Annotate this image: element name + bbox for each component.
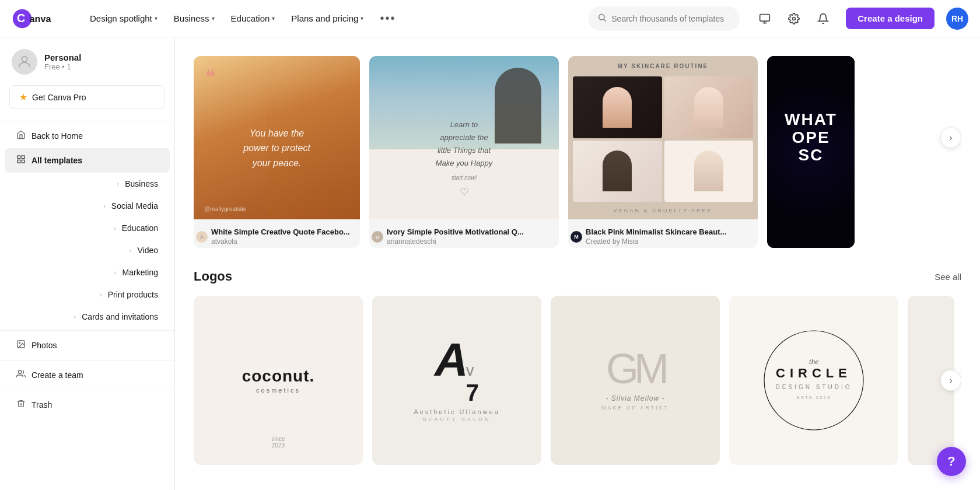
nav-business[interactable]: Business ▾ [167,9,222,28]
trash-label: Trash [32,400,52,410]
svg-rect-10 [18,156,20,159]
sidebar-item-trash[interactable]: Trash [5,393,170,417]
search-input[interactable] [611,14,730,23]
get-canva-pro-button[interactable]: ★ Get Canva Pro [9,85,165,109]
search-bar[interactable] [588,6,740,31]
card-title-ivory: Ivory Simple Positive Motivational Q... [387,228,524,236]
logos-see-all-link[interactable]: See all [935,272,961,282]
chevron-right-icon: › [130,247,132,254]
svg-rect-12 [18,160,20,163]
sidebar-item-back-to-home[interactable]: Back to Home [5,124,170,148]
svg-point-15 [19,342,20,344]
svg-rect-11 [22,156,24,159]
get-pro-label: Get Canva Pro [32,93,86,102]
sidebar-divider-1 [0,121,174,121]
sidebar-item-social-media[interactable]: › Social Media [5,195,170,217]
nav-plans-pricing[interactable]: Plans and pricing ▾ [284,9,370,28]
sidebar-divider-3 [0,360,174,360]
marketing-label: Marketing [123,268,158,277]
coconut-year: since2023 [271,436,285,449]
chevron-down-icon: ▾ [212,15,215,22]
help-button[interactable]: ? [937,447,966,476]
print-products-label: Print products [108,290,158,299]
chevron-right-icon: › [100,291,102,298]
svg-point-8 [793,17,796,20]
logos-section-title: Logos [194,269,232,284]
logo-card-coconut[interactable]: coconut. cosmetics since2023 [194,296,363,465]
svg-rect-5 [760,14,770,21]
silvia-sub: MAKE UP ARTIST [601,405,669,411]
template-card-ivory-quote[interactable]: Learn toappreciate thelittle Things that… [369,56,559,248]
star-icon: ★ [19,92,27,103]
card-info-skincare: M Black Pink Minimalist Skincare Beaut..… [568,219,758,248]
chevron-down-icon: ▾ [360,15,363,22]
sidebar-item-photos[interactable]: Photos [5,333,170,358]
top-nav: C anva Design spotlight ▾ Business ▾ Edu… [0,0,980,37]
search-icon [597,13,607,24]
template-card-white-quote[interactable]: ❝ You have thepower to protectyour peace… [194,56,360,248]
all-templates-label: All templates [32,156,82,165]
template-card-skincare[interactable]: MY SKINCARE ROUTINE [568,56,758,248]
video-label: Video [137,246,158,255]
sidebar-item-create-team[interactable]: Create a team [5,363,170,387]
card-info-ivory-quote: a Ivory Simple Positive Motivational Q..… [369,219,559,248]
sidebar-item-education[interactable]: › Education [5,217,170,239]
sidebar-item-video[interactable]: › Video [5,239,170,261]
profile-sub: Free • 1 [44,62,163,71]
svg-point-17 [764,331,863,430]
chevron-right-icon: › [103,202,106,209]
sidebar-item-all-templates[interactable]: All templates [5,148,170,173]
card-info-white-quote: A White Simple Creative Quote Facebo... … [194,219,360,248]
sidebar-item-marketing[interactable]: › Marketing [5,261,170,284]
circle-logo-svg: the CIRCLE DESIGN STUDIO ESTD 2018 [755,322,872,439]
scroll-right-arrow-templates[interactable]: › [940,127,961,148]
nav-more[interactable]: ••• [373,7,402,30]
home-icon [16,130,26,142]
nav-education[interactable]: Education ▾ [224,9,282,28]
svg-text:anva: anva [30,13,52,24]
chevron-right-icon: › [117,180,120,187]
silvia-initials: GM [606,350,664,388]
avatar[interactable]: RH [946,8,968,30]
business-label: Business [125,179,158,188]
card-author-skincare: Created by Misia [586,237,726,246]
logo-cards-grid: coconut. cosmetics since2023 A v 7 Aesth… [194,296,961,465]
monitor-icon-btn[interactable] [754,8,776,30]
svg-rect-13 [22,160,24,163]
sidebar-divider-4 [0,390,174,390]
trash-icon [16,399,26,411]
silvia-name: - Silvia Mellow - [606,394,664,402]
sidebar-profile: Personal Free • 1 [0,37,174,79]
card-title-skincare: Black Pink Minimalist Skincare Beaut... [586,228,726,236]
sidebar-item-cards-invitations[interactable]: › Cards and invitations [5,306,170,328]
canva-logo[interactable]: C anva [12,8,64,29]
team-icon [16,369,26,381]
grid-icon [16,155,26,166]
main-content: ❝ You have thepower to protectyour peace… [175,37,980,490]
chevron-down-icon: ▾ [155,15,158,22]
bell-icon-btn[interactable] [812,8,834,30]
sidebar-item-print-products[interactable]: › Print products [5,284,170,306]
nav-design-spotlight[interactable]: Design spotlight ▾ [83,9,164,28]
card-author-ivory: ariannatedeschi [387,237,524,246]
scroll-right-arrow-logos[interactable]: › [940,370,961,391]
aesthetic-sub: BEAUTY SALON [423,416,491,422]
main-layout: Personal Free • 1 ★ Get Canva Pro Back t… [0,37,980,490]
svg-text:CIRCLE: CIRCLE [776,366,852,380]
svg-text:C: C [17,12,25,24]
svg-text:ESTD 2018: ESTD 2018 [796,395,831,400]
coconut-brand-name: coconut. [242,367,315,386]
sidebar-item-business[interactable]: › Business [5,173,170,195]
aesthetic-letters: A v 7 [435,339,479,406]
svg-text:DESIGN STUDIO: DESIGN STUDIO [776,384,852,390]
logo-card-silvia[interactable]: GM - Silvia Mellow - MAKE UP ARTIST [551,296,720,465]
settings-icon-btn[interactable] [783,8,805,30]
template-card-galaxy[interactable]: WHATOPESC O Blue Galaxy Wh... Opening Ga… [767,56,855,248]
logo-card-aesthetic[interactable]: A v 7 Aesthetic Ullanwea BEAUTY SALON [372,296,541,465]
chevron-right-icon: › [74,313,76,320]
chevron-right-icon: › [114,225,116,232]
template-cards-grid: ❝ You have thepower to protectyour peace… [194,56,961,248]
logo-card-circle[interactable]: the CIRCLE DESIGN STUDIO ESTD 2018 [729,296,898,465]
back-to-home-label: Back to Home [32,131,83,141]
create-design-button[interactable]: Create a design [846,8,935,29]
